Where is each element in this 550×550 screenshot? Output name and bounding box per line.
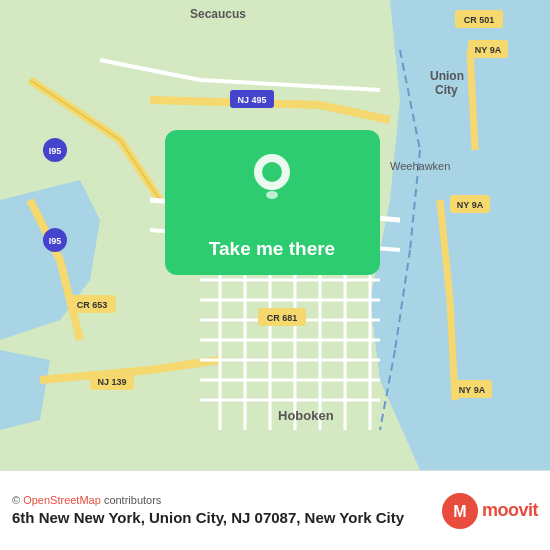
- svg-text:Secaucus: Secaucus: [190, 7, 246, 21]
- map-svg: CR 501 CR 681 CR 653 NJ 139 I95 I95 NJ 4…: [0, 0, 550, 470]
- svg-text:NY 9A: NY 9A: [459, 385, 486, 395]
- moovit-brand-icon: M: [442, 493, 478, 529]
- svg-text:CR 653: CR 653: [77, 300, 108, 310]
- svg-text:Union: Union: [430, 69, 464, 83]
- svg-line-29: [470, 50, 475, 150]
- svg-text:I95: I95: [49, 146, 62, 156]
- svg-text:CR 501: CR 501: [464, 15, 495, 25]
- map-view: CR 501 CR 681 CR 653 NJ 139 I95 I95 NJ 4…: [0, 0, 550, 470]
- svg-text:City: City: [435, 83, 458, 97]
- svg-text:NJ 495: NJ 495: [237, 95, 266, 105]
- svg-text:NJ 139: NJ 139: [97, 377, 126, 387]
- moovit-label: moovit: [482, 500, 538, 521]
- svg-text:I95: I95: [49, 236, 62, 246]
- bottom-text-area: © OpenStreetMap contributors 6th New New…: [12, 494, 442, 528]
- svg-text:Weehawken: Weehawken: [390, 160, 450, 172]
- osm-suffix: contributors: [101, 494, 162, 506]
- svg-point-58: [266, 191, 278, 199]
- bottom-bar: © OpenStreetMap contributors 6th New New…: [0, 470, 550, 550]
- svg-text:Take me there: Take me there: [209, 238, 335, 259]
- moovit-logo: M moovit: [442, 493, 538, 529]
- svg-point-57: [262, 162, 282, 182]
- svg-text:M: M: [453, 503, 466, 520]
- svg-text:NY 9A: NY 9A: [457, 200, 484, 210]
- svg-text:Hoboken: Hoboken: [278, 408, 334, 423]
- svg-text:NY 9A: NY 9A: [475, 45, 502, 55]
- svg-text:CR 681: CR 681: [267, 313, 298, 323]
- osm-credit: © OpenStreetMap contributors: [12, 494, 442, 506]
- address-text: 6th New New York, Union City, NJ 07087, …: [12, 508, 442, 528]
- osm-link[interactable]: OpenStreetMap: [23, 494, 101, 506]
- osm-prefix: ©: [12, 494, 23, 506]
